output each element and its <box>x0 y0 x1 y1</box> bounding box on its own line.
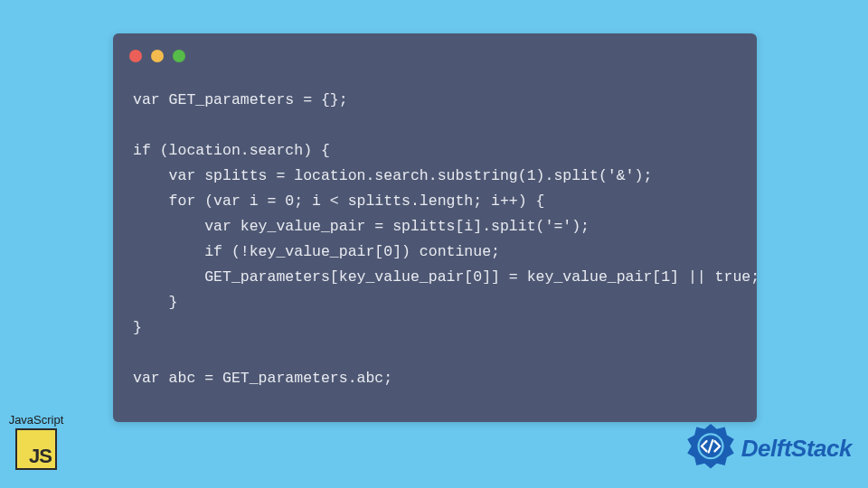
js-logo-icon: JS <box>15 428 57 470</box>
brand-name: DelftStack <box>741 435 852 463</box>
js-logo-text: JS <box>29 445 52 468</box>
close-icon[interactable] <box>129 50 142 62</box>
maximize-icon[interactable] <box>173 50 185 62</box>
brand-logo-icon <box>685 423 736 474</box>
brand: DelftStack <box>685 423 852 474</box>
javascript-badge: JavaScript JS <box>5 413 68 470</box>
badge-label: JavaScript <box>5 413 68 427</box>
minimize-icon[interactable] <box>151 50 164 62</box>
code-window: var GET_parameters = {}; if (location.se… <box>113 33 757 422</box>
window-controls <box>129 50 185 62</box>
code-block: var GET_parameters = {}; if (location.se… <box>133 88 737 391</box>
